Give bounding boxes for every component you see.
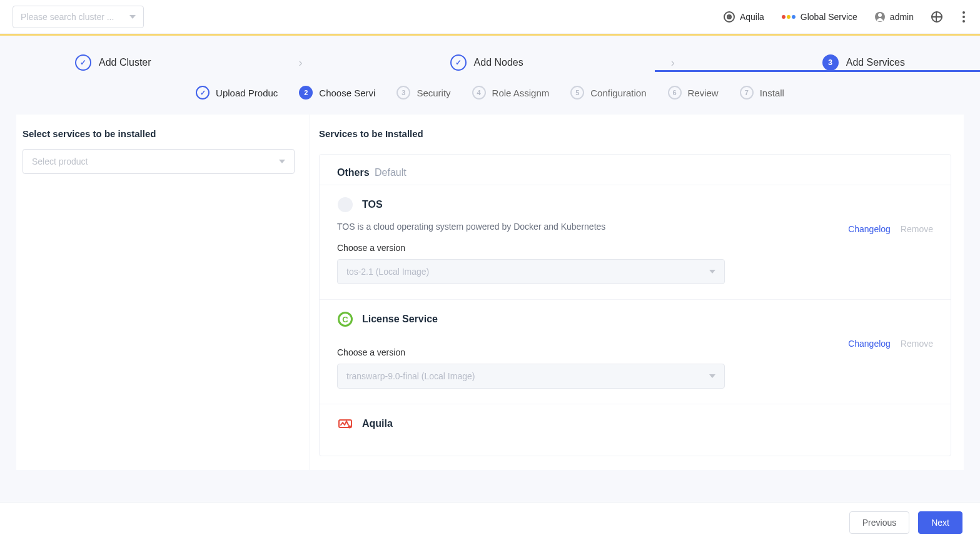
group-header: Others Default: [320, 155, 951, 185]
topnav-global-label: Global Service: [801, 12, 857, 22]
sub-step-label: Upload Produc: [216, 88, 278, 98]
check-icon: [196, 86, 210, 100]
target-icon: [724, 11, 735, 23]
service-group: Others Default TOS TOS is a cloud operat…: [319, 154, 951, 456]
previous-button[interactable]: Previous: [849, 511, 909, 521]
main-step-add-services[interactable]: 3 Add Services: [822, 54, 905, 71]
language-icon[interactable]: [931, 11, 942, 23]
product-select-placeholder: Select product: [32, 156, 88, 166]
service-aquila: Aquila: [320, 404, 951, 456]
active-step-underline: [655, 70, 980, 72]
next-button[interactable]: Next: [918, 511, 962, 521]
cluster-search-placeholder: Please search cluster ...: [21, 12, 114, 22]
group-title: Others: [337, 167, 370, 178]
sub-step-install[interactable]: 7 Install: [740, 86, 784, 100]
content-card: Select services to be installed Select p…: [16, 115, 964, 470]
sub-step-role-assignment[interactable]: 4 Role Assignm: [472, 86, 550, 100]
service-name: License Service: [362, 314, 438, 325]
product-select[interactable]: Select product: [23, 149, 295, 174]
topbar-right: Aquila Global Service admin: [724, 9, 967, 25]
remove-link[interactable]: Remove: [901, 339, 933, 349]
sub-step-choose-service[interactable]: 2 Choose Servi: [299, 86, 375, 100]
topnav-user[interactable]: admin: [875, 12, 914, 22]
changelog-link[interactable]: Changelog: [848, 224, 891, 234]
topnav-user-label: admin: [890, 12, 914, 22]
sub-step-upload-product[interactable]: Upload Produc: [196, 86, 278, 100]
service-name: Aquila: [362, 418, 393, 429]
right-pane: Services to be Installed Others Default …: [310, 115, 964, 470]
sub-stepper: Upload Produc 2 Choose Servi 3 Security …: [0, 71, 980, 115]
version-value: tos-2.1 (Local Image): [346, 267, 429, 277]
main-stepper: Add Cluster › Add Nodes › 3 Add Services: [0, 36, 980, 71]
service-description: TOS is a cloud operating system powered …: [337, 222, 836, 232]
right-heading: Services to be Installed: [319, 128, 951, 139]
more-menu-icon[interactable]: [960, 9, 967, 25]
choose-version-label: Choose a version: [337, 347, 836, 357]
main-step-add-cluster[interactable]: Add Cluster: [75, 54, 151, 71]
version-value: transwarp-9.0-final (Local Image): [346, 371, 475, 381]
apps-icon: [782, 15, 796, 19]
service-actions: Changelog Remove: [848, 222, 933, 234]
previous-label: Previous: [862, 518, 896, 521]
topbar: Please search cluster ... Aquila Global …: [0, 0, 980, 34]
step-number-badge: 6: [668, 86, 682, 100]
main-step-label: Add Services: [846, 57, 905, 68]
aquila-service-icon: [337, 416, 353, 432]
topnav-aquila-label: Aquila: [740, 12, 764, 22]
sub-step-label: Install: [760, 88, 784, 98]
step-number-badge: 5: [570, 86, 584, 100]
sub-step-review[interactable]: 6 Review: [668, 86, 719, 100]
page-background: Add Cluster › Add Nodes › 3 Add Services…: [0, 36, 980, 520]
check-icon: [450, 54, 467, 71]
step-number-badge: 7: [740, 86, 754, 100]
license-service-icon: C: [337, 311, 353, 327]
service-license: C License Service Choose a version trans…: [320, 299, 951, 404]
sub-step-label: Role Assignm: [492, 88, 550, 98]
changelog-link[interactable]: Changelog: [848, 339, 891, 349]
step-number-badge: 4: [472, 86, 486, 100]
main-step-label: Add Nodes: [474, 57, 523, 68]
svg-point-1: [348, 426, 351, 429]
choose-version-label: Choose a version: [337, 243, 836, 253]
step-number-badge: 3: [397, 86, 410, 100]
tos-service-icon: [337, 197, 353, 213]
tos-version-select[interactable]: tos-2.1 (Local Image): [337, 259, 725, 284]
service-name: TOS: [362, 199, 383, 210]
step-number-badge: 2: [299, 86, 313, 100]
sub-step-label: Security: [417, 88, 450, 98]
service-tos: TOS TOS is a cloud operating system powe…: [320, 185, 951, 299]
chevron-right-icon: ›: [671, 56, 675, 69]
next-label: Next: [931, 518, 949, 521]
group-subtitle: Default: [375, 167, 407, 178]
remove-link[interactable]: Remove: [901, 224, 933, 234]
sub-step-label: Choose Servi: [319, 88, 375, 98]
sub-step-label: Configuration: [590, 88, 646, 98]
cluster-search-select[interactable]: Please search cluster ...: [13, 6, 144, 28]
footer-bar: Previous Next: [0, 502, 980, 520]
sub-step-configuration[interactable]: 5 Configuration: [570, 86, 646, 100]
main-step-label: Add Cluster: [99, 57, 151, 68]
avatar-icon: [875, 12, 885, 22]
step-number-badge: 3: [822, 54, 839, 71]
sub-step-label: Review: [688, 88, 719, 98]
license-version-select[interactable]: transwarp-9.0-final (Local Image): [337, 364, 725, 389]
topnav-aquila[interactable]: Aquila: [724, 11, 764, 23]
check-icon: [75, 54, 91, 71]
service-actions: Changelog Remove: [848, 336, 933, 349]
main-step-add-nodes[interactable]: Add Nodes: [450, 54, 523, 71]
topnav-global-service[interactable]: Global Service: [782, 12, 857, 22]
left-heading: Select services to be installed: [23, 128, 310, 149]
left-pane: Select services to be installed Select p…: [16, 115, 310, 470]
sub-step-security[interactable]: 3 Security: [397, 86, 450, 100]
chevron-right-icon: ›: [299, 56, 303, 69]
